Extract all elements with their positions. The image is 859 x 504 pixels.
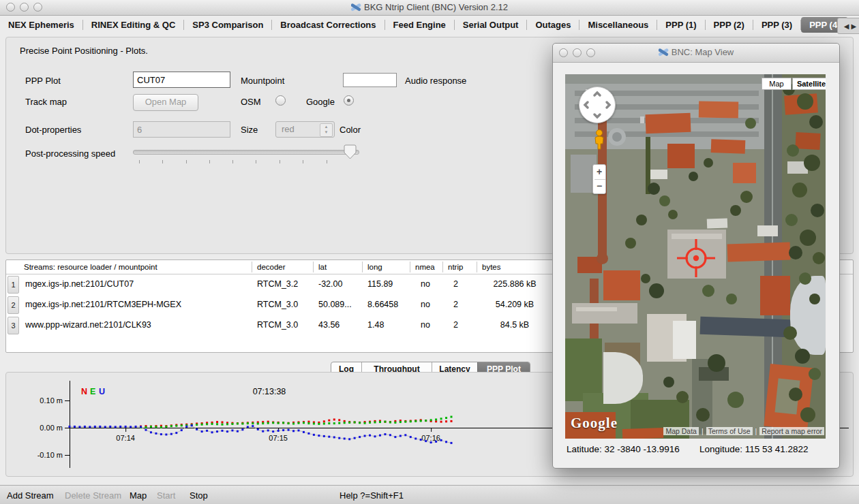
map-tree-shape — [811, 204, 824, 217]
map-imagery-shape — [576, 307, 617, 311]
cell-nmea: no — [421, 300, 430, 309]
cell-decoder: RTCM_3.0 — [257, 320, 298, 330]
tab-scroll-control: ◀ ▶ — [837, 18, 859, 34]
map-imagery-shape — [711, 139, 746, 154]
map-button[interactable]: Map — [130, 490, 147, 501]
pegman-icon[interactable] — [592, 129, 606, 151]
col-header-mountpoint[interactable]: Streams: resource loader / mountpoint — [24, 263, 157, 271]
map-tree-shape — [668, 210, 678, 219]
map-tree-shape — [740, 191, 753, 203]
map-window-title: BNC: Map View — [553, 47, 839, 57]
map-imagery-shape — [646, 113, 691, 133]
pan-up-icon — [594, 93, 600, 95]
slider-tick — [303, 160, 303, 163]
cell-nmea: no — [421, 320, 430, 330]
map-tree-shape — [702, 285, 714, 297]
tab-miscellaneous[interactable]: Miscellaneous — [579, 17, 657, 33]
tab-ppp-1[interactable]: PPP (1) — [657, 17, 704, 33]
col-header-nmea[interactable]: nmea — [415, 263, 435, 271]
map-imagery-shape — [757, 225, 778, 236]
map-data-link[interactable]: Map Data — [663, 427, 699, 435]
row-number[interactable]: 2 — [7, 296, 19, 314]
cell-lat: -32.00 — [318, 279, 342, 289]
tab-ppp-2[interactable]: PPP (2) — [706, 17, 753, 33]
tab-sp3-comparison[interactable]: SP3 Comparison — [184, 17, 271, 33]
map-tree-shape — [809, 294, 820, 304]
speed-slider-track[interactable] — [133, 150, 359, 155]
google-radio[interactable] — [344, 95, 354, 106]
map-tree-shape — [745, 118, 756, 129]
panel-heading: Precise Point Positioning - Plots. — [20, 46, 148, 56]
map-tree-shape — [726, 294, 737, 304]
screen: { "window": { "title": "BKG Ntrip Client… — [0, 0, 859, 504]
slider-tick — [232, 160, 233, 163]
add-stream-button[interactable]: Add Stream — [7, 490, 54, 501]
tab-outages[interactable]: Outages — [527, 17, 579, 33]
ppp-plot-input[interactable] — [133, 72, 230, 88]
tab-scroll-right-icon[interactable]: ▶ — [852, 22, 857, 30]
cell-nmea: no — [421, 279, 430, 289]
mountpoint-input[interactable] — [343, 73, 397, 87]
longitude-value: Longitude: 115 53 41.2822 — [699, 444, 809, 454]
slider-tick — [209, 160, 210, 163]
pan-left-icon — [585, 102, 588, 108]
map-tree-shape — [663, 377, 674, 388]
map-imagery-shape — [733, 163, 756, 183]
zoom-out-button[interactable]: − — [593, 179, 605, 193]
map-imagery-shape — [707, 218, 727, 228]
dropdown-stepper-icon: ▲▼ — [320, 123, 333, 137]
row-number[interactable]: 3 — [7, 317, 19, 334]
tab-nex-ephemeris[interactable]: NEX Ephemeris — [0, 17, 82, 33]
zoom-in-button[interactable]: + — [593, 165, 605, 179]
slider-tick — [139, 160, 140, 163]
tab-serial-output[interactable]: Serial Output — [455, 17, 527, 33]
open-map-button[interactable]: Open Map — [133, 94, 198, 111]
map-pan-control[interactable] — [579, 86, 616, 123]
cell-ntrip: 2 — [453, 279, 458, 289]
ppp-plot-label: PPP Plot — [25, 76, 61, 86]
slider-tick — [256, 160, 256, 163]
tab-broadcast-corrections[interactable]: Broadcast Corrections — [272, 17, 384, 33]
satellite-map[interactable]: Map Satellite + − — [565, 74, 826, 439]
col-header-ntrip[interactable]: ntrip — [448, 263, 463, 271]
help-label: Help ?=Shift+F1 — [340, 490, 404, 501]
mountpoint-label: Mountpoint — [241, 76, 284, 86]
tab-feed-engine[interactable]: Feed Engine — [385, 17, 454, 33]
col-header-decoder[interactable]: decoder — [257, 263, 286, 271]
latitude-value: Latitude: 32 -3840 -13.9916 — [567, 444, 680, 454]
stop-button[interactable]: Stop — [190, 490, 208, 501]
position-crosshair-icon — [674, 236, 718, 280]
tab-ppp-3[interactable]: PPP (3) — [753, 17, 800, 33]
map-type-map-button[interactable]: Map — [762, 78, 792, 90]
col-header-lat[interactable]: lat — [318, 263, 327, 271]
map-tree-shape — [636, 215, 647, 225]
speed-slider-thumb[interactable] — [344, 144, 357, 160]
tab-rinex-editing-qc[interactable]: RINEX Editing & QC — [83, 17, 184, 33]
map-type-satellite-button[interactable]: Satellite — [792, 78, 826, 90]
svg-text:0.10 m: 0.10 m — [40, 396, 63, 405]
audio-response-label: Audio response — [405, 76, 466, 86]
svg-text:07:15: 07:15 — [269, 434, 288, 442]
col-header-bytes[interactable]: bytes — [482, 263, 501, 271]
row-number[interactable]: 1 — [7, 276, 19, 294]
map-imagery-shape — [667, 144, 695, 168]
cell-long: 1.48 — [367, 320, 384, 330]
map-imagery-shape — [700, 317, 791, 338]
tab-scroll-left-icon[interactable]: ◀ — [844, 22, 849, 30]
osm-radio[interactable] — [275, 95, 286, 106]
svg-text:07:14: 07:14 — [116, 434, 135, 442]
col-header-long[interactable]: long — [367, 263, 382, 271]
delete-stream-button: Delete Stream — [65, 490, 121, 501]
svg-text:0.00 m: 0.00 m — [40, 424, 63, 432]
cell-bytes: 84.5 kB — [477, 320, 553, 330]
report-error-link[interactable]: Report a map error — [759, 427, 824, 435]
map-tree-shape — [785, 214, 798, 226]
terms-of-use-link[interactable]: Terms of Use — [706, 427, 753, 435]
bnc-app-icon — [351, 3, 361, 12]
map-tree-shape — [813, 252, 825, 264]
map-tree-shape — [649, 283, 664, 298]
dot-properties-input — [133, 121, 230, 138]
cell-ntrip: 2 — [453, 320, 458, 330]
map-imagery-shape — [612, 132, 622, 142]
color-dropdown: red ▲▼ — [275, 121, 335, 138]
